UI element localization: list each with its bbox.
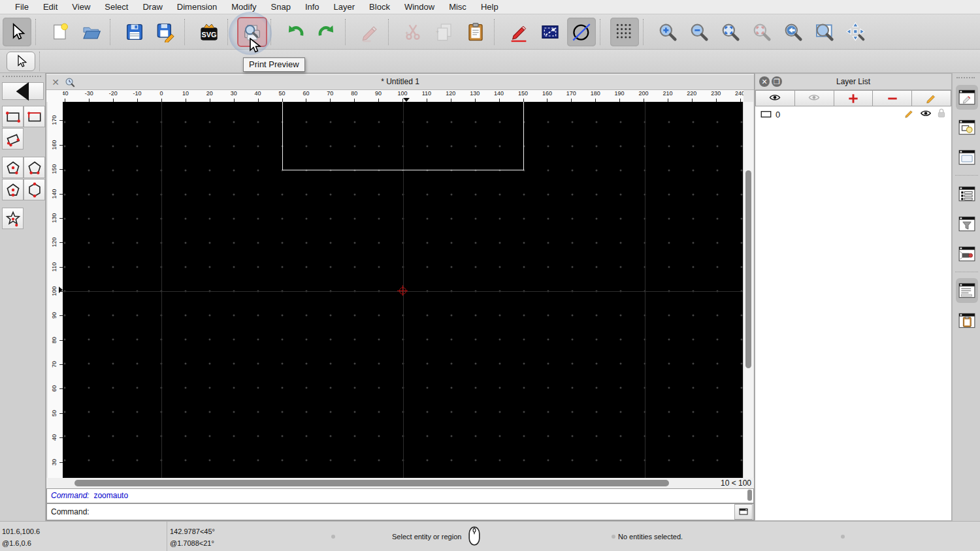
ruler-left-label: 110 [48, 260, 61, 274]
add-layer-button[interactable] [834, 90, 874, 106]
palette-back-button[interactable] [2, 82, 44, 100]
block-list-dock-button[interactable] [956, 115, 978, 140]
zoom-previous-icon [783, 22, 804, 42]
paste-button[interactable] [461, 18, 490, 46]
zoom-out-button[interactable] [685, 18, 713, 46]
command-input[interactable] [90, 505, 734, 518]
layer-row[interactable]: 0 [755, 106, 951, 122]
polygon-center-tangent-tool[interactable] [2, 179, 24, 200]
command-history-scroll-thumb[interactable] [747, 490, 752, 501]
layer-lock-icon[interactable] [937, 108, 946, 121]
draft-mode-button[interactable] [567, 18, 596, 46]
command-options-button[interactable] [734, 504, 753, 520]
layer-panel-titlebar: ✕ ❐ Layer List [755, 74, 951, 90]
eye-closed-button[interactable] [795, 90, 834, 106]
menu-info[interactable]: Info [298, 0, 327, 14]
select-arrow-outline-button[interactable] [7, 52, 35, 71]
zoom-out-icon [689, 22, 710, 42]
menu-modify[interactable]: Modify [224, 0, 263, 14]
menu-select[interactable]: Select [97, 0, 135, 14]
entity-list-dock-button[interactable] [956, 181, 978, 206]
ruler-top-label: 90 [370, 90, 387, 97]
undo-button[interactable] [281, 18, 310, 46]
vertical-scroll-thumb[interactable] [745, 170, 751, 368]
zoom-pan-button[interactable] [841, 18, 870, 46]
command-line-dock-button[interactable] [956, 278, 978, 303]
status-bar: 101.6,100.6 @1.6,0.6 142.9787<45° @1.708… [0, 521, 980, 551]
layer-visibility-eye-icon[interactable] [920, 108, 932, 120]
menu-block[interactable]: Block [362, 0, 397, 14]
star-icon [4, 210, 22, 228]
ruler-left-label: 130 [48, 212, 61, 225]
select-arrow-outline-icon [13, 54, 29, 69]
statusbar-divider [167, 522, 167, 551]
layer-edit-pencil-icon[interactable] [904, 108, 915, 121]
zoom-in-button[interactable] [653, 18, 682, 46]
new-document-button[interactable] [46, 18, 74, 46]
canvas-horizontal-scrollbar[interactable]: 10 < 100 [46, 478, 754, 488]
menu-edit[interactable]: Edit [36, 0, 65, 14]
drawing-canvas[interactable] [63, 102, 743, 478]
redo-button[interactable] [312, 18, 341, 46]
select-arrow-button[interactable] [3, 18, 31, 46]
toolbar-group [653, 18, 870, 46]
ruler-top-label: 220 [683, 90, 700, 97]
projector-dock-button[interactable] [956, 242, 978, 266]
clipboard-dock-button[interactable] [956, 308, 978, 333]
selection-filter-dock-button[interactable] [956, 212, 978, 236]
ruler-left-label: 100 [48, 285, 61, 298]
new-document-icon [50, 22, 71, 42]
menu-draw[interactable]: Draw [135, 0, 169, 14]
rectangle-entity[interactable] [282, 102, 524, 170]
menu-help[interactable]: Help [474, 0, 506, 14]
toolbar-separator [388, 19, 395, 45]
menu-dimension[interactable]: Dimension [170, 0, 224, 14]
rect-2-corners-tool[interactable] [2, 106, 24, 127]
rect-corner-tool[interactable] [24, 106, 45, 127]
dock-drag-handle[interactable] [956, 77, 975, 78]
menu-file[interactable]: File [8, 0, 36, 14]
command-history-entry: zoomauto [93, 491, 128, 500]
polygon-side-tool[interactable] [24, 179, 45, 200]
library-browser-dock-button[interactable] [956, 145, 978, 170]
save-button[interactable] [120, 18, 149, 46]
toolbar-group: SVG [195, 18, 223, 46]
rect-2-corners-icon [4, 108, 22, 126]
horizontal-scroll-thumb[interactable] [74, 480, 669, 486]
menu-snap[interactable]: Snap [264, 0, 298, 14]
menu-view[interactable]: View [65, 0, 97, 14]
save-icon [124, 22, 145, 42]
svg-export-button[interactable]: SVG [195, 18, 223, 46]
canvas-vertical-scrollbar[interactable] [743, 102, 753, 478]
edit-layer-button[interactable] [912, 90, 951, 106]
ruler-top-label: -20 [105, 90, 122, 97]
status-dot [841, 535, 845, 539]
dock-toolbar [952, 73, 980, 521]
polygon-2-corners-tool[interactable] [24, 157, 45, 178]
eye-open-button[interactable] [755, 90, 795, 106]
zoom-previous-button[interactable] [779, 18, 808, 46]
remove-layer-button[interactable] [873, 90, 912, 106]
menu-bar: FileEditViewSelectDrawDimensionModifySna… [0, 0, 980, 14]
star-tool[interactable] [2, 208, 24, 229]
menu-layer[interactable]: Layer [327, 0, 363, 14]
draw-pencil-button[interactable] [504, 18, 533, 46]
open-file-button[interactable] [77, 18, 106, 46]
rect-3-points-tool[interactable] [2, 128, 24, 150]
absolute-coordinates: 101.6,100.6 [2, 527, 40, 535]
grid-button[interactable] [610, 18, 639, 46]
dock-separator [955, 272, 978, 272]
save-as-button[interactable] [152, 18, 180, 46]
selection-window-button[interactable] [536, 18, 564, 46]
rect-3-points-icon [4, 130, 22, 148]
ruler-top-label: 160 [538, 90, 555, 97]
polygon-center-corner-tool[interactable] [2, 157, 24, 178]
zoom-auto-button[interactable] [716, 18, 745, 46]
rect-corner-icon [25, 108, 44, 126]
library-browser-dock-icon [957, 148, 977, 167]
zoom-window-button[interactable] [810, 18, 839, 46]
menu-misc[interactable]: Misc [442, 0, 474, 14]
menu-window[interactable]: Window [397, 0, 442, 14]
toolbar-separator [184, 19, 191, 45]
layer-list-dock-button[interactable] [956, 85, 978, 110]
